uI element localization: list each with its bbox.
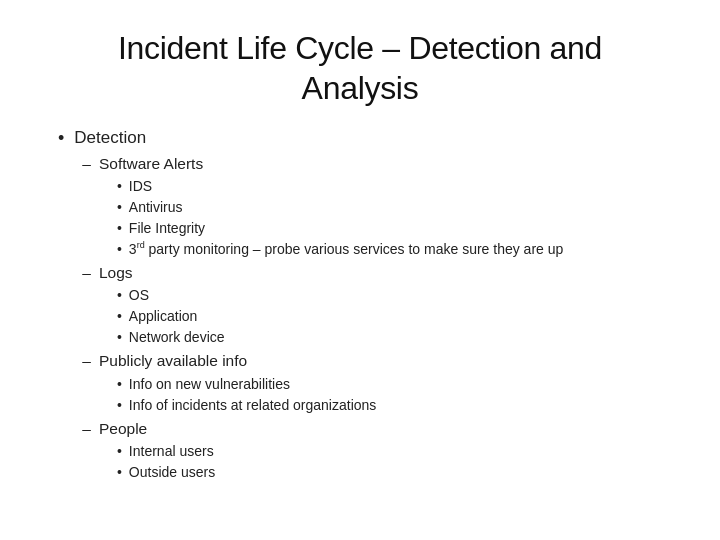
title-block: Incident Life Cycle – Detection and Anal…: [48, 28, 672, 108]
list-item: • 3rd party monitoring – probe various s…: [117, 239, 563, 260]
dash-icon: –: [82, 152, 91, 175]
item-bullet: •: [117, 306, 122, 327]
logs-items: • OS • Application • Net: [99, 285, 225, 348]
people-label: People: [99, 420, 147, 437]
list-item: • Application: [117, 306, 225, 327]
section-software-alerts: – Software Alerts • IDS •: [82, 152, 563, 260]
title-line1: Incident Life Cycle – Detection and: [118, 30, 602, 66]
dash-icon: –: [82, 417, 91, 440]
slide-title: Incident Life Cycle – Detection and Anal…: [48, 28, 672, 108]
section-content: Publicly available info • Info on new vu…: [99, 349, 376, 415]
list-item: • File Integrity: [117, 218, 563, 239]
item-bullet: •: [117, 239, 122, 260]
subsection-list: – Software Alerts • IDS •: [74, 152, 563, 483]
item-incidents-related: Info of incidents at related organizatio…: [129, 395, 377, 416]
people-items: • Internal users • Outside users: [99, 441, 215, 483]
item-bullet: •: [117, 441, 122, 462]
item-internal-users: Internal users: [129, 441, 214, 462]
section-publicly-available: – Publicly available info • Info on new …: [82, 349, 563, 415]
main-list: • Detection – Software Alerts •: [58, 126, 672, 484]
item-application: Application: [129, 306, 198, 327]
item-bullet: •: [117, 176, 122, 197]
item-bullet: •: [117, 197, 122, 218]
list-item: • Info on new vulnerabilities: [117, 374, 376, 395]
item-bullet: •: [117, 462, 122, 483]
list-item: • Outside users: [117, 462, 215, 483]
item-os: OS: [129, 285, 149, 306]
section-people: – People • Internal users •: [82, 417, 563, 483]
list-item: • Network device: [117, 327, 225, 348]
item-antivirus: Antivirus: [129, 197, 183, 218]
software-alerts-label: Software Alerts: [99, 155, 203, 172]
software-alerts-items: • IDS • Antivirus • File: [99, 176, 563, 260]
item-bullet: •: [117, 374, 122, 395]
detection-content: Detection – Software Alerts • IDS: [74, 126, 563, 484]
detection-item: • Detection – Software Alerts •: [58, 126, 672, 484]
dash-icon: –: [82, 261, 91, 284]
list-item: • Antivirus: [117, 197, 563, 218]
item-new-vulnerabilities: Info on new vulnerabilities: [129, 374, 290, 395]
item-network-device: Network device: [129, 327, 225, 348]
section-content: Logs • OS • Application: [99, 261, 225, 348]
section-logs: – Logs • OS • A: [82, 261, 563, 348]
content-area: • Detection – Software Alerts •: [48, 126, 672, 516]
item-bullet: •: [117, 395, 122, 416]
logs-label: Logs: [99, 264, 133, 281]
publicly-available-items: • Info on new vulnerabilities • Info of …: [99, 374, 376, 416]
section-content: People • Internal users • Outside users: [99, 417, 215, 483]
detection-label: Detection: [74, 128, 146, 147]
dash-icon: –: [82, 349, 91, 372]
item-bullet: •: [117, 327, 122, 348]
publicly-available-label: Publicly available info: [99, 352, 247, 369]
bullet-icon: •: [58, 126, 64, 151]
list-item: • OS: [117, 285, 225, 306]
list-item: • Info of incidents at related organizat…: [117, 395, 376, 416]
title-line2: Analysis: [302, 70, 419, 106]
section-content: Software Alerts • IDS • Antivirus: [99, 152, 563, 260]
list-item: • Internal users: [117, 441, 215, 462]
item-outside-users: Outside users: [129, 462, 215, 483]
list-item: • IDS: [117, 176, 563, 197]
slide: Incident Life Cycle – Detection and Anal…: [0, 0, 720, 540]
item-3rd-party: 3rd party monitoring – probe various ser…: [129, 239, 563, 260]
item-file-integrity: File Integrity: [129, 218, 205, 239]
item-bullet: •: [117, 218, 122, 239]
item-ids: IDS: [129, 176, 152, 197]
item-bullet: •: [117, 285, 122, 306]
